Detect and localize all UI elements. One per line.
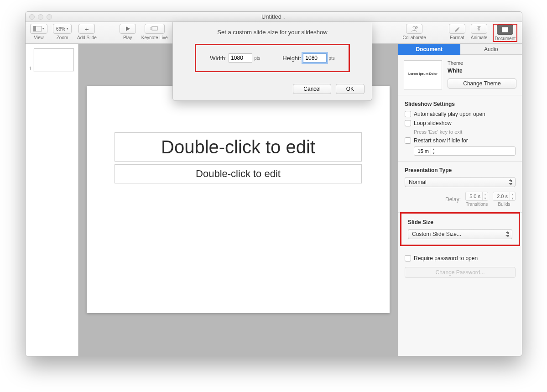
slide-navigator: 1 (26, 44, 78, 356)
svg-text:)): )) (150, 26, 152, 30)
play-label: Play (123, 35, 132, 40)
svg-marker-25 (477, 26, 481, 31)
width-input[interactable] (229, 53, 252, 63)
collaborate-button[interactable]: + (406, 24, 422, 34)
loop-hint: Press 'Esc' key to exit (414, 129, 516, 135)
builds-stepper[interactable]: ▲▼ (493, 192, 516, 201)
custom-size-modal: Set a custom slide size for your slidesh… (172, 22, 372, 101)
change-password-button: Change Password... (405, 267, 516, 278)
keynote-live-label: Keynote Live (141, 35, 168, 40)
slide-size-section: Slide Size Custom Slide Size...▴▾ (400, 212, 520, 246)
zoom-button[interactable]: 66%▾ (53, 24, 72, 34)
height-input[interactable] (303, 53, 327, 63)
stepper-down-icon[interactable]: ▼ (431, 151, 436, 155)
slide-thumbnail[interactable] (34, 48, 74, 71)
auto-play-checkbox[interactable] (405, 111, 411, 117)
slide-number: 1 (29, 66, 32, 71)
stepper-up-icon[interactable]: ▲ (431, 147, 436, 151)
theme-thumbnail: Lorem Ipsum Dolor —— (404, 60, 442, 89)
transitions-input[interactable] (466, 193, 482, 199)
svg-point-24 (458, 27, 459, 28)
keynote-live-button[interactable]: )) (145, 24, 165, 34)
cancel-button[interactable]: Cancel (293, 84, 331, 94)
collaborate-label: Collaborate (403, 35, 426, 40)
section-title: Presentation Type (405, 167, 516, 173)
height-label: Height: (282, 55, 301, 62)
loop-checkbox[interactable] (405, 120, 411, 126)
subtitle-placeholder[interactable]: Double-click to edit (115, 164, 362, 183)
stepper-up-icon[interactable]: ▲ (510, 192, 515, 196)
document-button[interactable] (497, 25, 513, 35)
app-window: Untitled⌄ ▾ View 66%▾ Zoom + Add Slide P… (25, 11, 522, 356)
auto-play-label: Automatically play upon open (414, 111, 485, 117)
inspector-tabs: Document Audio (398, 44, 522, 55)
svg-rect-26 (502, 27, 508, 32)
animate-label: Animate (471, 35, 488, 40)
presentation-type-section: Presentation Type Normal▴▾ Delay: ▲▼ Tra… (398, 162, 522, 213)
loop-label: Loop slideshow (414, 120, 452, 126)
section-title: Slide Size (408, 219, 512, 225)
theme-section: Lorem Ipsum Dolor —— Theme White Change … (398, 55, 522, 95)
title-placeholder[interactable]: Double-click to edit (115, 132, 362, 162)
transitions-sublabel: Transitions (466, 202, 488, 207)
slideshow-settings-section: Slideshow Settings Automatically play up… (398, 95, 522, 162)
ok-button[interactable]: OK (336, 84, 365, 94)
stepper-down-icon[interactable]: ▼ (483, 196, 488, 200)
width-label: Width: (210, 55, 227, 62)
titlebar: Untitled⌄ (26, 12, 522, 22)
height-unit: pts (328, 56, 334, 61)
section-title: Slideshow Settings (405, 101, 516, 107)
stepper-up-icon[interactable]: ▲ (483, 192, 488, 196)
tab-document[interactable]: Document (398, 44, 460, 55)
animate-button[interactable] (471, 24, 487, 34)
modal-inputs: Width: pts Height: pts (195, 44, 350, 72)
modal-title: Set a custom slide size for your slidesh… (173, 22, 372, 40)
slide-size-select[interactable]: Custom Slide Size...▴▾ (408, 229, 512, 239)
require-password-label: Require password to open (414, 255, 478, 261)
format-button[interactable] (449, 24, 465, 34)
svg-point-21 (413, 26, 416, 29)
tab-audio[interactable]: Audio (460, 44, 522, 55)
restart-label: Restart show if idle for (414, 137, 468, 144)
theme-label: Theme (448, 60, 516, 66)
play-button[interactable] (120, 24, 136, 34)
stepper-down-icon[interactable]: ▼ (510, 196, 515, 200)
require-password-checkbox[interactable] (405, 255, 411, 261)
restart-stepper[interactable]: ▲▼ (414, 146, 516, 156)
view-label: View (34, 35, 44, 40)
restart-checkbox[interactable] (405, 137, 411, 144)
transitions-stepper[interactable]: ▲▼ (465, 192, 488, 201)
builds-sublabel: Builds (498, 202, 510, 207)
document-title[interactable]: Untitled⌄ (26, 13, 522, 20)
svg-rect-1 (33, 26, 36, 31)
restart-input[interactable] (414, 148, 431, 154)
delay-label: Delay: (445, 196, 461, 203)
builds-input[interactable] (493, 193, 510, 199)
format-label: Format (450, 35, 464, 40)
svg-text:+: + (416, 26, 417, 29)
change-theme-button[interactable]: Change Theme (448, 78, 516, 89)
slide-canvas[interactable]: Double-click to edit Double-click to edi… (87, 86, 390, 313)
password-section: Require password to open Change Password… (398, 250, 522, 283)
theme-name: White (448, 68, 516, 74)
add-slide-label: Add Slide (77, 35, 97, 40)
inspector-panel: Document Audio Lorem Ipsum Dolor —— Them… (398, 44, 522, 356)
zoom-label: Zoom (57, 35, 68, 40)
add-slide-button[interactable]: + (78, 24, 95, 34)
svg-rect-3 (152, 26, 157, 30)
svg-marker-2 (126, 26, 130, 31)
presentation-type-select[interactable]: Normal▴▾ (405, 177, 516, 187)
view-button[interactable]: ▾ (30, 24, 47, 34)
width-unit: pts (254, 56, 260, 61)
document-label: Document (495, 36, 516, 41)
